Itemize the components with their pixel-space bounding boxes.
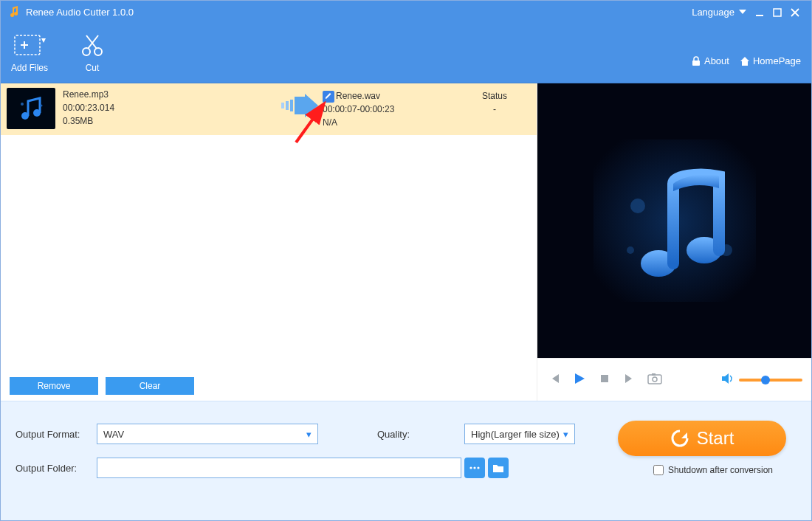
preview-panel [537,83,811,401]
minimize-button[interactable] [751,6,768,18]
svg-rect-1 [774,9,781,16]
output-range: 00:00:07-00:00:23 [323,103,394,116]
output-folder-input[interactable] [97,458,461,478]
output-extra: N/A [323,116,394,129]
main-content: Renee.mp3 00:00:23.014 0.35MB Renee.wav [1,83,811,401]
media-player-controls [537,358,811,401]
svg-rect-12 [281,103,284,108]
cut-label: Cut [79,63,106,73]
shutdown-label: Shutdown after conversion [668,465,773,475]
svg-point-10 [21,103,24,106]
play-button[interactable] [571,372,588,388]
start-label: Start [697,428,734,449]
home-icon [740,56,750,66]
output-format-value: WAV [103,429,124,440]
prev-button[interactable] [546,373,562,387]
refresh-icon [670,429,689,448]
conversion-arrow-icon [281,94,318,117]
source-filename: Renee.mp3 [63,88,114,101]
svg-point-27 [469,466,472,469]
volume-slider[interactable] [739,379,802,382]
music-note-large-icon [593,139,756,302]
status-header: Status [482,89,507,103]
quality-label: Quality: [377,429,458,440]
svg-rect-14 [290,100,293,111]
add-files-label: Add Files [11,63,48,73]
shutdown-checkbox[interactable]: Shutdown after conversion [653,465,773,475]
source-size: 0.35MB [63,114,114,128]
output-filename: Renee.wav [336,91,380,101]
svg-rect-7 [692,61,700,66]
next-button[interactable] [622,373,638,387]
language-label: Language [692,7,734,18]
svg-point-25 [653,377,657,382]
svg-rect-0 [756,15,763,16]
main-toolbar: Add Files Cut About HomePage [1,23,811,83]
output-format-label: Output Format: [16,429,97,440]
file-list-empty-area [1,135,537,371]
app-logo-icon [8,6,20,18]
source-duration: 00:00:23.014 [63,101,114,114]
quality-select[interactable]: High(Larger file size) ▾ [464,424,575,444]
start-button[interactable]: Start [618,421,786,456]
stop-button[interactable] [596,373,613,387]
status-value: - [482,103,507,116]
svg-point-6 [94,48,102,55]
svg-rect-23 [601,375,608,382]
clear-button[interactable]: Clear [106,377,194,395]
cut-button[interactable]: Cut [79,30,106,73]
file-thumbnail [7,88,55,129]
preview-canvas [537,83,811,358]
file-row[interactable]: Renee.mp3 00:00:23.014 0.35MB Renee.wav [1,83,537,135]
chevron-down-icon: ▾ [306,429,312,440]
titlebar: Renee Audio Cutter 1.0.0 Language [1,1,811,23]
language-menu[interactable]: Language [692,7,746,18]
quality-value: High(Larger file size) [471,429,560,440]
svg-point-5 [83,48,90,55]
shutdown-checkbox-input[interactable] [653,465,664,475]
svg-rect-26 [652,373,656,376]
maximize-button[interactable] [768,6,786,18]
close-button[interactable] [786,6,804,18]
svg-point-29 [477,466,479,469]
about-link[interactable]: About [691,55,729,66]
chevron-down-icon [739,10,746,14]
homepage-link[interactable]: HomePage [740,55,801,66]
folder-icon [492,463,504,473]
svg-rect-24 [648,375,661,384]
svg-point-17 [630,199,645,213]
app-title: Renee Audio Cutter 1.0.0 [26,7,134,18]
chevron-down-icon: ▾ [563,429,568,440]
scissors-icon [79,30,106,60]
add-files-icon [11,30,48,60]
add-files-button[interactable]: Add Files [11,30,48,73]
lock-icon [691,56,701,66]
output-settings-panel: Output Format: WAV ▾ Quality: High(Large… [1,401,811,520]
svg-point-19 [627,246,634,254]
volume-slider-thumb[interactable] [761,376,770,384]
svg-point-11 [41,105,43,107]
svg-point-28 [473,466,475,469]
edit-output-icon[interactable] [323,91,334,103]
file-list-panel: Renee.mp3 00:00:23.014 0.35MB Renee.wav [1,83,537,401]
volume-icon[interactable] [721,373,734,387]
more-folder-button[interactable] [464,458,485,478]
svg-rect-4 [21,44,28,46]
browse-folder-button[interactable] [488,458,509,478]
output-folder-label: Output Folder: [16,463,97,474]
remove-button[interactable]: Remove [10,377,98,395]
snapshot-button[interactable] [647,373,663,387]
ellipsis-icon [469,464,481,472]
svg-rect-13 [286,101,289,110]
output-format-select[interactable]: WAV ▾ [97,424,318,444]
music-note-icon [16,94,46,123]
